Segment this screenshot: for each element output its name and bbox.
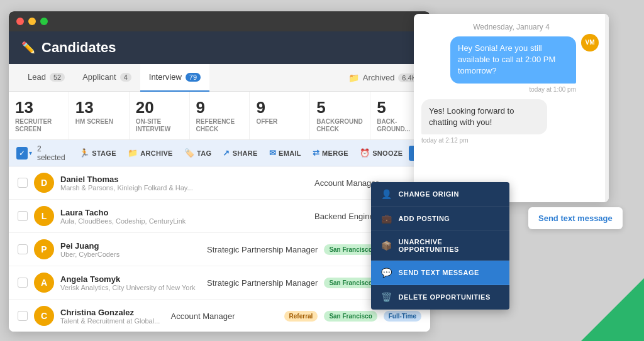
candidate-info-pei: Pei Juang Uber, CyberCoders <box>60 241 201 258</box>
menu-item-delete[interactable]: 🗑️ DELETE OPPORTUNITIES <box>371 285 509 310</box>
share-button[interactable]: ↗ SHARE <box>218 146 262 160</box>
row-checkbox-1[interactable] <box>18 178 28 188</box>
candidate-info-christina: Christina Gonzalez Talent & Recruitment … <box>60 308 165 325</box>
tab-archived[interactable]: 📁 Archived 6.4K <box>348 73 420 83</box>
person-icon: 👤 <box>381 189 392 199</box>
candidate-info-daniel: Daniel Thomas Marsh & Parsons, Kinleigh … <box>60 175 308 192</box>
candidate-row[interactable]: D Daniel Thomas Marsh & Parsons, Kinleig… <box>9 166 430 200</box>
tag-button[interactable]: 🏷️ TAG <box>179 146 217 160</box>
chat-bubble-sent: Hey Sonia! Are you still available to ca… <box>450 36 576 84</box>
row-checkbox-3[interactable] <box>18 244 28 254</box>
stat-background-check[interactable]: 5 BACKGROUNDCHECK <box>310 92 370 139</box>
sender-avatar: VM <box>581 34 599 51</box>
tab-applicant[interactable]: Applicant 4 <box>74 64 140 92</box>
message-time-received: today at 2:12 pm <box>421 137 547 144</box>
window-titlebar <box>9 11 430 31</box>
toolbar: ✓ ▾ 2 selected 🏃 STAGE 📁 ARCHIVE 🏷️ TAG … <box>9 140 430 166</box>
briefcase-icon: 💼 <box>381 214 392 224</box>
archive-icon: 📁 <box>128 148 138 158</box>
tab-lead[interactable]: Lead 52 <box>19 64 74 92</box>
row-checkbox-4[interactable] <box>18 278 28 288</box>
stat-reference-check[interactable]: 9 REFERENCECHECK <box>190 92 250 139</box>
menu-item-add-posting[interactable]: 💼 ADD POSTING <box>371 207 509 231</box>
candidate-row[interactable]: L Laura Tacho Aula, CloudBees, Codeship,… <box>9 200 430 233</box>
candidate-row[interactable]: C Christina Gonzalez Talent & Recruitmen… <box>9 300 430 332</box>
context-menu: 👤 CHANGE ORIGIN 💼 ADD POSTING 📦 UNARCHIV… <box>371 182 509 310</box>
menu-item-send-text[interactable]: 💬 SEND TEXT MESSAGE <box>371 261 509 285</box>
chat-date: Wednesday, January 4 <box>414 14 609 36</box>
stage-button[interactable]: 🏃 STAGE <box>74 146 121 160</box>
trash-icon: 🗑️ <box>381 292 392 302</box>
app-header: ✏️ Candidates <box>9 31 430 64</box>
badge-location-christina: San Francisco <box>324 311 377 322</box>
archive-icon: 📁 <box>348 73 359 83</box>
candidate-info-laura: Laura Tacho Aula, CloudBees, Codeship, C… <box>60 208 308 225</box>
badge-location-angela: San Francisco <box>324 278 377 288</box>
chat-scrollbar[interactable] <box>605 14 609 202</box>
chat-messages: Hey Sonia! Are you still available to ca… <box>414 36 609 144</box>
menu-item-change-origin[interactable]: 👤 CHANGE ORIGIN <box>371 182 509 207</box>
avatar-angela: A <box>34 273 54 293</box>
candidate-row[interactable]: A Angela Tsomyk Verisk Analytics, City U… <box>9 266 430 300</box>
chat-icon: 💬 <box>381 268 392 278</box>
row-checkbox-2[interactable] <box>18 211 28 221</box>
minimize-window-button[interactable] <box>28 18 36 25</box>
badge-type-christina: Full-Time <box>384 311 421 322</box>
stat-onsite-interview[interactable]: 20 ON-SITEINTERVIEW <box>130 92 190 139</box>
archive-button[interactable]: 📁 ARCHIVE <box>123 146 178 160</box>
stage-icon: 🏃 <box>79 148 89 158</box>
snooze-icon: ⏰ <box>360 148 370 158</box>
select-chevron[interactable]: ▾ <box>29 149 32 156</box>
avatar-laura: L <box>34 206 54 226</box>
main-window: ✏️ Candidates Lead 52 Applicant 4 Interv… <box>9 11 430 332</box>
tag-icon: 🏷️ <box>184 148 194 158</box>
row-checkbox-5[interactable] <box>18 311 28 321</box>
chat-bubble-received: Yes! Looking forward to chatting with yo… <box>421 99 547 134</box>
menu-item-unarchive[interactable]: 📦 UNARCHIVE OPPORTUNITIES <box>371 231 509 261</box>
stat-hm-screen[interactable]: 13 HM SCREEN <box>69 92 130 139</box>
candidates-list: D Daniel Thomas Marsh & Parsons, Kinleig… <box>9 166 430 332</box>
edit-icon: ✏️ <box>21 41 35 55</box>
unarchive-icon: 📦 <box>381 241 392 251</box>
close-window-button[interactable] <box>16 18 24 25</box>
selected-count: 2 selected <box>37 144 68 162</box>
email-button[interactable]: ✉ EMAIL <box>264 146 306 160</box>
app-title: Candidates <box>42 40 116 56</box>
send-text-message-button[interactable]: Send text message <box>528 207 623 229</box>
stat-recruiter-screen[interactable]: 13 RECRUITERSCREEN <box>9 92 69 139</box>
merge-button[interactable]: ⇄ MERGE <box>308 146 353 160</box>
email-icon: ✉ <box>269 148 276 158</box>
avatar-daniel: D <box>34 173 54 193</box>
candidate-row[interactable]: P Pei Juang Uber, CyberCoders Strategic … <box>9 233 430 266</box>
avatar-christina: C <box>34 306 54 326</box>
merge-icon: ⇄ <box>313 148 319 158</box>
decorative-triangle <box>581 278 644 341</box>
maximize-window-button[interactable] <box>40 18 48 25</box>
select-all-checkbox[interactable]: ✓ <box>16 147 28 160</box>
badge-referral-christina: Referral <box>284 311 318 322</box>
tabs-row: Lead 52 Applicant 4 Interview 79 📁 Archi… <box>9 64 430 92</box>
chat-panel: Wednesday, January 4 Hey Sonia! Are you … <box>414 14 609 202</box>
snooze-button[interactable]: ⏰ SNOOZE <box>355 146 408 160</box>
candidate-info-angela: Angela Tsomyk Verisk Analytics, City Uni… <box>60 274 201 291</box>
share-icon: ↗ <box>223 148 230 158</box>
badge-location-pei: San Francisco <box>324 244 377 255</box>
tab-interview[interactable]: Interview 79 <box>140 64 209 92</box>
stats-row: 13 RECRUITERSCREEN 13 HM SCREEN 20 ON-SI… <box>9 92 430 140</box>
message-time-sent: today at 1:00 pm <box>450 86 576 93</box>
avatar-pei: P <box>34 239 54 259</box>
stat-offer[interactable]: 9 OFFER <box>250 92 310 139</box>
